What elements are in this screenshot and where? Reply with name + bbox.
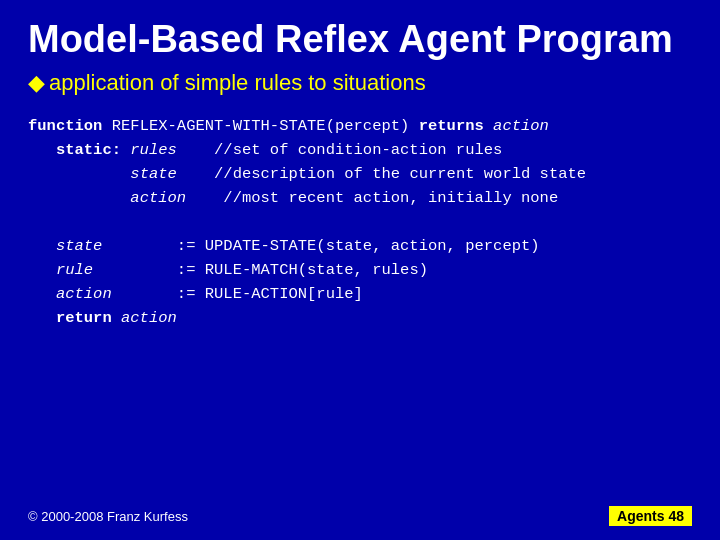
diamond-icon: ◆ xyxy=(28,70,45,95)
keyword-static: static: xyxy=(28,141,121,159)
code-line-2: static: rules //set of condition-action … xyxy=(28,138,692,162)
code-line-blank xyxy=(28,210,692,234)
slide-footer: © 2000-2008 Franz Kurfess Agents 48 xyxy=(28,506,692,526)
copyright-text: © 2000-2008 Franz Kurfess xyxy=(28,509,188,524)
code-line-3: state //description of the current world… xyxy=(28,162,692,186)
code-line-8: return action xyxy=(28,306,692,330)
code-block: function REFLEX-AGENT-WITH-STATE(percept… xyxy=(28,114,692,500)
code-line-6: rule := RULE-MATCH(state, rules) xyxy=(28,258,692,282)
slide-subtitle: ◆application of simple rules to situatio… xyxy=(28,70,692,96)
keyword-returns: returns xyxy=(419,117,484,135)
slide-number: Agents 48 xyxy=(609,506,692,526)
code-line-1: function REFLEX-AGENT-WITH-STATE(percept… xyxy=(28,114,692,138)
slide-title: Model-Based Reflex Agent Program xyxy=(28,18,692,62)
keyword-function: function xyxy=(28,117,102,135)
keyword-return: return xyxy=(28,309,112,327)
code-line-7: action := RULE-ACTION[rule] xyxy=(28,282,692,306)
slide: Model-Based Reflex Agent Program ◆applic… xyxy=(0,0,720,540)
code-line-4: action //most recent action, initially n… xyxy=(28,186,692,210)
code-line-5: state := UPDATE-STATE(state, action, per… xyxy=(28,234,692,258)
